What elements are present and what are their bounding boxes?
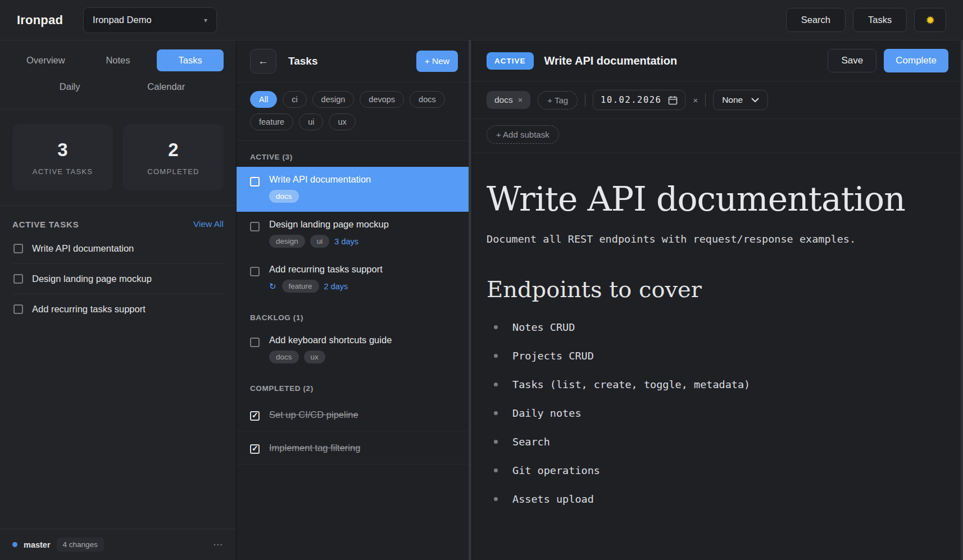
sidebar-nav-tasks[interactable]: Tasks (157, 49, 224, 71)
task-label: Design landing page mockup (32, 274, 152, 284)
sidebar: OverviewNotesTasksDailyCalendar 3ACTIVE … (0, 40, 236, 560)
active-tasks-header: ACTIVE TASKS View All (12, 219, 224, 229)
search-button[interactable]: Search (786, 8, 846, 32)
bullet-item: Tasks (list, create, toggle, metadata) (494, 379, 941, 390)
stat-card-completed: 2COMPLETED (123, 124, 224, 190)
add-tag-button[interactable]: + Tag (538, 91, 578, 110)
due-date-input[interactable]: 10.02.2026 (593, 90, 685, 110)
new-task-button[interactable]: + New (416, 51, 458, 72)
stat-value: 3 (57, 139, 67, 161)
tag-pill-docs: docs (269, 190, 299, 203)
bullet-icon (494, 325, 498, 329)
status-badge: ACTIVE (487, 52, 534, 70)
filter-pill-ui[interactable]: ui (299, 113, 323, 130)
task-row[interactable]: Design landing page mockupdesignui3 days (237, 212, 471, 257)
task-list-panel: ← Tasks + New Allcidesigndevopsdocsfeatu… (236, 40, 472, 560)
active-tasks-list: Write API documentationDesign landing pa… (12, 234, 224, 324)
changes-badge[interactable]: 4 changes (57, 538, 104, 552)
sidebar-nav-calendar[interactable]: Calendar (133, 76, 199, 98)
checkbox[interactable] (250, 444, 260, 454)
sidebar-nav: OverviewNotesTasksDailyCalendar (0, 40, 236, 110)
document-content[interactable]: Write API documentation Document all RES… (472, 153, 963, 505)
git-status-bar: master 4 changes ⋯ (0, 529, 236, 560)
ellipsis-menu-icon[interactable]: ⋯ (213, 539, 224, 550)
document-bullet-list: Notes CRUDProjects CRUDTasks (list, crea… (487, 321, 941, 505)
filter-pill-ci[interactable]: ci (283, 91, 306, 108)
task-row-body: Add recurring tasks support↻feature2 day… (269, 264, 383, 293)
topbar-actions: Search Tasks ✹ (786, 8, 946, 32)
bullet-icon (494, 383, 498, 386)
divider (585, 93, 585, 107)
task-detail-panel: ACTIVE Write API documentation Save Comp… (472, 40, 963, 560)
checkbox[interactable] (13, 304, 23, 314)
complete-button[interactable]: Complete (884, 49, 948, 72)
filter-pill-docs[interactable]: docs (410, 91, 445, 108)
task-meta: docsux (269, 350, 392, 363)
sidebar-nav-notes[interactable]: Notes (85, 49, 152, 71)
theme-toggle-button[interactable]: ✹ (914, 8, 946, 32)
checkbox[interactable] (250, 222, 260, 231)
section-label-completed-2-: COMPLETED (2) (237, 372, 471, 398)
task-list: ACTIVE (3)Write API documentationdocsDes… (237, 141, 471, 465)
task-title: Implement tag filtering (269, 443, 360, 453)
detail-scrollbar[interactable] (961, 40, 963, 560)
sidebar-task-row[interactable]: Write API documentation (12, 234, 224, 264)
task-meta: ↻feature2 days (269, 280, 383, 293)
clear-date-icon[interactable]: × (693, 95, 698, 105)
checkbox[interactable] (250, 267, 260, 276)
task-row[interactable]: Set up CI/CD pipeline (237, 398, 471, 431)
task-label: Write API documentation (32, 243, 134, 254)
bullet-text: Tasks (list, create, toggle, metadata) (512, 379, 750, 390)
bullet-text: Notes CRUD (512, 321, 575, 333)
sidebar-nav-overview[interactable]: Overview (12, 49, 79, 71)
stat-card-active-tasks: 3ACTIVE TASKS (12, 124, 113, 190)
divider (705, 93, 706, 107)
bullet-icon (494, 411, 498, 415)
recurring-icon: ↻ (269, 281, 276, 292)
bullet-text: Git operations (512, 465, 600, 476)
tasks-button[interactable]: Tasks (853, 8, 907, 32)
due-date-value: 10.02.2026 (601, 95, 661, 105)
add-subtask-button[interactable]: + Add subtask (487, 125, 559, 144)
sidebar-task-row[interactable]: Add recurring tasks support (12, 294, 224, 324)
active-tasks-section: ACTIVE TASKS View All Write API document… (0, 206, 236, 324)
branch-name: master (24, 540, 51, 549)
view-all-link[interactable]: View All (193, 219, 224, 229)
task-row[interactable]: Write API documentationdocs (237, 167, 471, 212)
sidebar-nav-daily[interactable]: Daily (37, 76, 103, 98)
bullet-item: Notes CRUD (494, 321, 941, 333)
checkbox[interactable] (13, 244, 23, 253)
back-button[interactable]: ← (250, 49, 276, 74)
project-selector[interactable]: Ironpad Demo ▾ (83, 7, 217, 33)
filter-pill-ux[interactable]: ux (329, 113, 355, 130)
checkbox[interactable] (250, 177, 260, 186)
task-title: Add recurring tasks support (269, 264, 383, 275)
remove-tag-icon[interactable]: × (518, 95, 523, 104)
filter-pill-design[interactable]: design (312, 91, 355, 108)
section-label-active-3-: ACTIVE (3) (237, 141, 471, 167)
task-row[interactable]: Add keyboard shortcuts guidedocsux (237, 327, 471, 372)
main-layout: OverviewNotesTasksDailyCalendar 3ACTIVE … (0, 40, 963, 560)
filter-pill-all[interactable]: All (250, 91, 277, 108)
document-heading: Write API documentation (487, 179, 941, 218)
task-row-body: Write API documentationdocs (269, 174, 371, 203)
filter-pill-feature[interactable]: feature (250, 113, 293, 130)
tag-pill-feature: feature (282, 280, 319, 293)
checkbox[interactable] (250, 411, 260, 421)
task-list-scrollbar[interactable] (469, 40, 471, 560)
tag-pill-design: design (269, 235, 305, 248)
task-title: Write API documentation (269, 174, 371, 185)
chevron-down-icon (751, 98, 759, 103)
filter-pill-devops[interactable]: devops (360, 91, 404, 108)
document-subheading: Endpoints to cover (487, 276, 941, 302)
task-title: Add keyboard shortcuts guide (269, 335, 392, 345)
bullet-text: Projects CRUD (512, 350, 594, 362)
checkbox[interactable] (13, 274, 23, 284)
task-row[interactable]: Implement tag filtering (237, 431, 471, 465)
save-button[interactable]: Save (828, 49, 876, 72)
tag-chip[interactable]: docs × (487, 91, 530, 109)
recurrence-select[interactable]: None (713, 90, 768, 110)
task-row[interactable]: Add recurring tasks support↻feature2 day… (237, 257, 471, 302)
checkbox[interactable] (250, 338, 260, 347)
sidebar-task-row[interactable]: Design landing page mockup (12, 264, 224, 294)
